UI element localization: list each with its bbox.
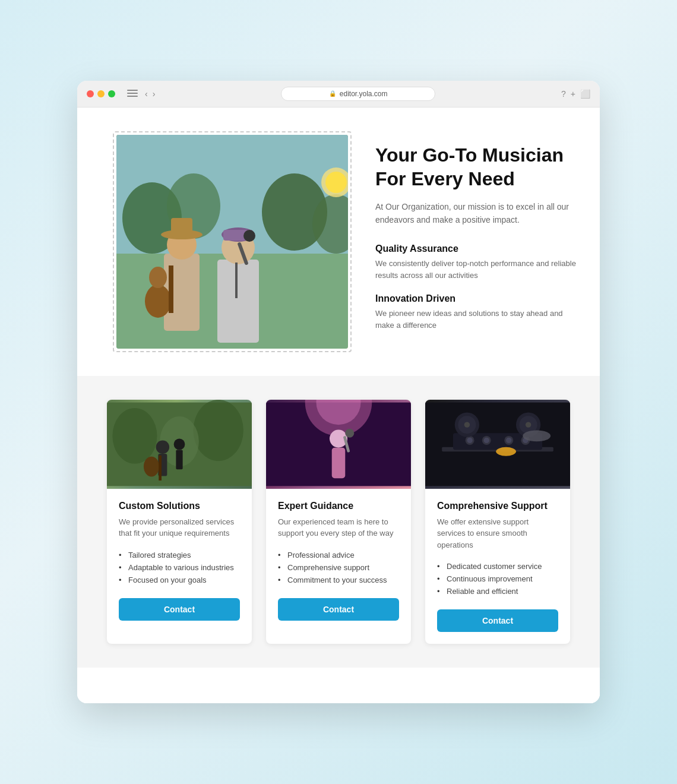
hero-image	[116, 135, 348, 349]
list-item: Professional advice	[278, 549, 399, 561]
feature-quality: Quality Assurance We consistently delive…	[375, 244, 576, 282]
browser-window: ‹ › 🔒 editor.yola.com ? + ⬜	[77, 81, 600, 704]
address-bar[interactable]: 🔒 editor.yola.com	[281, 87, 435, 101]
feature-innovation-title: Innovation Driven	[375, 293, 576, 304]
card-comprehensive-list: Dedicated customer service Continuous im…	[437, 560, 558, 598]
list-item: Focused on your goals	[119, 574, 240, 586]
list-item: Adaptable to various industries	[119, 561, 240, 574]
svg-rect-29	[159, 456, 162, 480]
card-expert: Expert Guidance Our experienced team is …	[266, 400, 411, 644]
lock-icon: 🔒	[329, 90, 336, 97]
svg-point-45	[484, 437, 489, 442]
svg-point-38	[345, 428, 354, 437]
svg-point-7	[325, 172, 347, 193]
maximize-button[interactable]	[108, 90, 115, 97]
browser-chrome: ‹ › 🔒 editor.yola.com ? + ⬜	[77, 81, 600, 108]
new-tab-icon[interactable]: +	[571, 89, 575, 99]
back-arrow[interactable]: ‹	[145, 89, 148, 99]
browser-actions: ? + ⬜	[561, 89, 590, 99]
browser-nav: ‹ ›	[145, 89, 155, 99]
card-comprehensive-image	[425, 400, 570, 489]
svg-point-56	[523, 430, 551, 441]
forward-arrow[interactable]: ›	[153, 89, 156, 99]
list-item: Continuous improvement	[437, 573, 558, 585]
card-comprehensive-desc: We offer extensive support services to e…	[437, 516, 558, 551]
list-item: Comprehensive support	[278, 561, 399, 574]
svg-point-52	[464, 422, 470, 427]
svg-point-26	[156, 440, 170, 454]
card-comprehensive-body: Comprehensive Support We offer extensive…	[425, 489, 570, 644]
list-item: Dedicated customer service	[437, 560, 558, 573]
list-item: Tailored strategies	[119, 549, 240, 561]
card-expert-desc: Our experienced team is here to support …	[278, 516, 399, 539]
minimize-button[interactable]	[97, 90, 105, 97]
card-comprehensive: Comprehensive Support We offer extensive…	[425, 400, 570, 644]
svg-rect-13	[169, 265, 173, 313]
cards-section: Custom Solutions We provide personalized…	[77, 376, 600, 668]
hero-text: Your Go-To Musician For Every Need At Ou…	[375, 131, 576, 343]
card-custom-body: Custom Solutions We provide personalized…	[107, 489, 252, 633]
list-item: Reliable and efficient	[437, 585, 558, 598]
card-custom-contact-button[interactable]: Contact	[119, 598, 240, 621]
card-custom: Custom Solutions We provide personalized…	[107, 400, 252, 644]
svg-point-55	[526, 422, 531, 427]
help-icon[interactable]: ?	[561, 89, 566, 99]
card-comprehensive-title: Comprehensive Support	[437, 501, 558, 511]
sidebar-toggle-icon[interactable]	[127, 90, 138, 98]
traffic-lights	[87, 90, 115, 97]
card-custom-title: Custom Solutions	[119, 501, 240, 511]
svg-point-23	[112, 408, 157, 464]
feature-quality-desc: We consistently deliver top-notch perfor…	[375, 258, 576, 282]
svg-point-43	[467, 437, 472, 442]
svg-point-28	[144, 456, 159, 476]
hero-title: Your Go-To Musician For Every Need	[375, 143, 576, 191]
hero-image-border	[113, 131, 352, 352]
extensions-icon[interactable]: ⬜	[580, 89, 590, 99]
hero-image-container	[113, 131, 352, 352]
svg-point-24	[193, 400, 243, 461]
svg-point-30	[174, 438, 185, 450]
page-content: Your Go-To Musician For Every Need At Ou…	[77, 108, 600, 704]
svg-rect-21	[235, 263, 238, 298]
hero-illustration	[116, 135, 348, 349]
list-item: Commitment to your success	[278, 574, 399, 586]
feature-innovation-desc: We pioneer new ideas and solutions to st…	[375, 308, 576, 331]
card-expert-contact-button[interactable]: Contact	[278, 598, 399, 621]
footer-spacer	[77, 668, 600, 703]
address-bar-wrapper: 🔒 editor.yola.com	[162, 87, 554, 101]
svg-point-47	[506, 437, 511, 442]
card-expert-list: Professional advice Comprehensive suppor…	[278, 549, 399, 586]
card-custom-desc: We provide personalized services that fi…	[119, 516, 240, 539]
card-custom-list: Tailored strategies Adaptable to various…	[119, 549, 240, 586]
svg-point-20	[243, 230, 255, 242]
card-expert-body: Expert Guidance Our experienced team is …	[266, 489, 411, 633]
card-expert-title: Expert Guidance	[278, 501, 399, 511]
svg-rect-11	[171, 218, 192, 237]
feature-quality-title: Quality Assurance	[375, 244, 576, 254]
feature-innovation: Innovation Driven We pioneer new ideas a…	[375, 293, 576, 331]
hero-section: Your Go-To Musician For Every Need At Ou…	[77, 108, 600, 376]
url-text: editor.yola.com	[340, 90, 388, 98]
svg-point-12	[145, 284, 171, 318]
svg-point-57	[496, 447, 516, 456]
card-comprehensive-contact-button[interactable]: Contact	[437, 609, 558, 632]
svg-rect-15	[217, 260, 259, 343]
hero-subtitle: At Our Organization, our mission is to e…	[375, 200, 576, 227]
card-expert-image	[266, 400, 411, 489]
svg-rect-36	[332, 447, 346, 478]
svg-point-14	[149, 267, 167, 288]
svg-rect-31	[176, 450, 182, 469]
close-button[interactable]	[87, 90, 94, 97]
card-custom-image	[107, 400, 252, 489]
